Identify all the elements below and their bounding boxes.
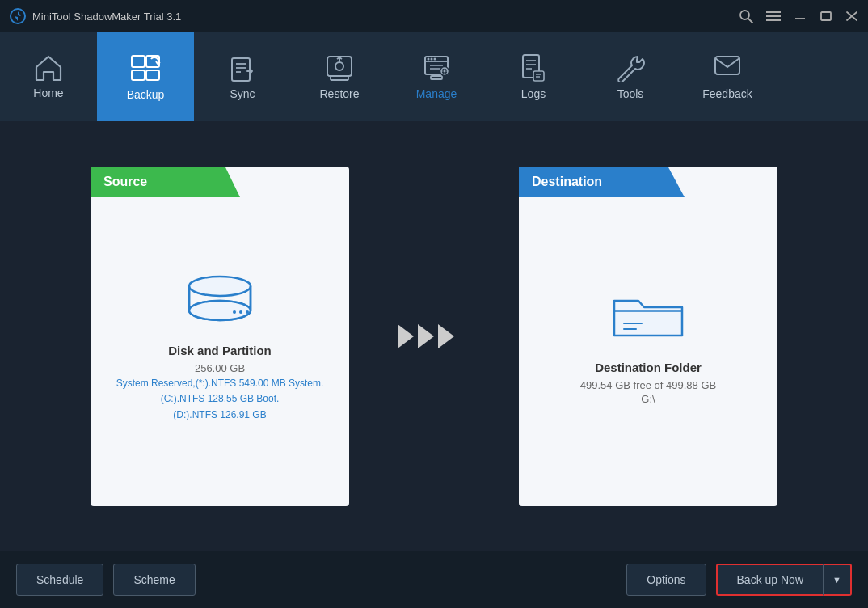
destination-free: 499.54 GB free of 499.88 GB: [580, 379, 716, 391]
backup-now-dropdown[interactable]: ▼: [823, 564, 852, 596]
bottombar: Schedule Scheme Options Back up Now ▼: [0, 551, 868, 608]
app-logo: [10, 8, 26, 24]
home-icon: [33, 54, 64, 82]
nav-label-tools: Tools: [617, 87, 644, 100]
options-button[interactable]: Options: [626, 564, 706, 596]
nav-item-tools[interactable]: Tools: [582, 32, 679, 121]
nav-label-logs: Logs: [521, 87, 546, 100]
destination-title: Destination Folder: [595, 361, 702, 374]
svg-point-51: [239, 310, 242, 314]
destination-label: Destination: [532, 175, 602, 189]
menu-button[interactable]: [766, 11, 781, 22]
destination-card[interactable]: Destination Destination Folder 499.54 GB…: [519, 167, 777, 506]
feedback-icon: [712, 53, 743, 82]
svg-point-31: [444, 70, 446, 73]
main-content: Source Disk and Partition 256.00 GB Syst…: [0, 121, 868, 551]
titlebar: MiniTool ShadowMaker Trial 3.1: [0, 0, 868, 32]
tools-icon: [615, 53, 646, 82]
backup-now-button[interactable]: Back up Now: [716, 564, 823, 596]
nav-label-feedback: Feedback: [702, 87, 752, 100]
svg-line-2: [748, 19, 752, 23]
folder-icon: [608, 283, 689, 348]
svg-rect-10: [132, 56, 145, 67]
titlebar-controls: [739, 9, 858, 23]
svg-point-47: [189, 301, 251, 320]
svg-rect-19: [331, 76, 348, 80]
close-button[interactable]: [845, 11, 858, 22]
svg-rect-7: [821, 12, 831, 20]
nav-label-backup: Backup: [127, 88, 165, 101]
svg-point-26: [431, 58, 433, 61]
destination-path: G:\: [641, 393, 655, 405]
minimize-button[interactable]: [794, 11, 807, 22]
svg-point-50: [233, 310, 236, 314]
nav-item-logs[interactable]: Logs: [485, 32, 582, 121]
source-header: Source: [91, 167, 240, 197]
svg-point-1: [740, 11, 749, 19]
svg-point-46: [189, 277, 251, 296]
logs-icon: [519, 53, 548, 82]
arrows: [398, 316, 470, 357]
destination-header: Destination: [519, 167, 685, 197]
nav-item-restore[interactable]: Restore: [291, 32, 388, 121]
nav-item-feedback[interactable]: Feedback: [679, 32, 776, 121]
svg-marker-55: [438, 324, 454, 348]
search-button[interactable]: [739, 9, 753, 23]
source-size: 256.00 GB: [195, 362, 245, 374]
schedule-button[interactable]: Schedule: [16, 564, 103, 596]
source-details: System Reserved,(*:).NTFS 549.00 MB Syst…: [100, 376, 340, 423]
svg-point-25: [428, 58, 430, 61]
svg-rect-12: [132, 70, 145, 80]
svg-point-52: [246, 310, 249, 314]
source-title: Disk and Partition: [168, 344, 272, 357]
nav-item-sync[interactable]: Sync: [194, 32, 291, 121]
nav-label-restore: Restore: [319, 87, 359, 100]
nav-label-home: Home: [33, 87, 63, 99]
dropdown-arrow-icon: ▼: [832, 575, 841, 585]
source-label: Source: [103, 175, 147, 189]
bottom-right: Options Back up Now ▼: [626, 564, 852, 596]
svg-marker-54: [418, 324, 434, 348]
bottom-left: Schedule Scheme: [16, 564, 196, 596]
nav-item-home[interactable]: Home: [0, 32, 97, 121]
source-card[interactable]: Source Disk and Partition 256.00 GB Syst…: [91, 167, 349, 506]
scheme-button[interactable]: Scheme: [113, 564, 195, 596]
nav-item-backup[interactable]: Backup: [97, 32, 194, 121]
nav-label-sync: Sync: [230, 87, 255, 100]
svg-point-0: [11, 9, 25, 23]
backup-icon: [129, 53, 162, 83]
app-title: MiniTool ShadowMaker Trial 3.1: [32, 11, 181, 23]
restore-icon: [324, 53, 355, 82]
svg-rect-40: [533, 71, 544, 81]
navbar: Home Backup Sync: [0, 32, 868, 121]
svg-marker-53: [398, 324, 414, 348]
svg-point-27: [434, 58, 436, 61]
disk-icon: [179, 266, 260, 331]
svg-rect-43: [715, 57, 739, 74]
maximize-button[interactable]: [820, 11, 832, 22]
svg-rect-14: [232, 58, 250, 81]
nav-label-manage: Manage: [416, 87, 457, 100]
nav-item-manage[interactable]: Manage: [388, 32, 485, 121]
svg-point-20: [335, 62, 343, 70]
svg-rect-28: [431, 76, 442, 79]
titlebar-left: MiniTool ShadowMaker Trial 3.1: [10, 8, 181, 24]
svg-rect-13: [146, 70, 159, 80]
manage-icon: [422, 53, 451, 82]
sync-icon: [228, 53, 257, 82]
